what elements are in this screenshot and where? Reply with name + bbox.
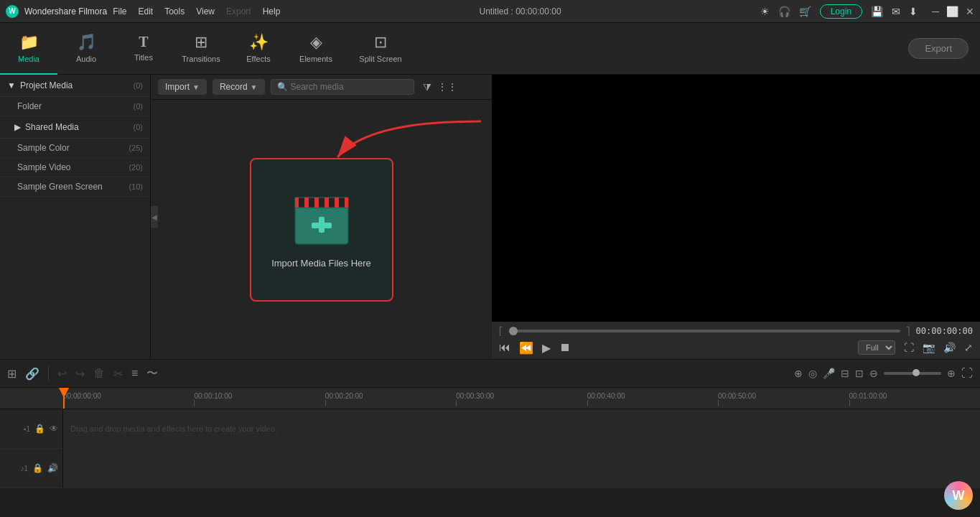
track-audio-mute-icon[interactable]: 🔊 bbox=[47, 463, 58, 473]
ruler-mark-6: 00:01:00:00 bbox=[849, 392, 980, 406]
main-area: ▼ Project Media (0) Folder (0) ▶ Shared … bbox=[0, 75, 980, 359]
menu-help[interactable]: Help bbox=[263, 6, 281, 17]
toolbar-splitscreen[interactable]: ⊡ Split Screen bbox=[345, 23, 416, 75]
delete-button[interactable]: 🗑 bbox=[93, 367, 105, 380]
toolbar-titles[interactable]: T Titles bbox=[115, 23, 172, 75]
mail-icon[interactable]: ✉ bbox=[892, 6, 900, 17]
headset-icon[interactable]: 🎧 bbox=[778, 6, 790, 17]
cut-button[interactable]: ✂ bbox=[113, 367, 123, 381]
playhead[interactable] bbox=[63, 388, 65, 409]
seekbar-thumb[interactable] bbox=[509, 327, 518, 335]
timeline: 00:00:00:00 00:00:10:00 00:00:20:00 00:0… bbox=[0, 388, 980, 517]
track-hint: Drag and drop media and effects here to … bbox=[70, 424, 277, 433]
export-button[interactable]: Export bbox=[908, 38, 969, 59]
track-body-video-1[interactable]: Drag and drop media and effects here to … bbox=[63, 409, 980, 448]
menu-view[interactable]: View bbox=[196, 6, 215, 17]
toolbar-audio[interactable]: 🎵 Audio bbox=[57, 23, 115, 75]
track-header-audio-1: ♪1 🔒 🔊 bbox=[0, 449, 63, 488]
fit-screen-icon[interactable]: ⛶ bbox=[904, 342, 914, 353]
track-number-video: ▪1 bbox=[24, 425, 30, 433]
step-back-button[interactable]: ⏪ bbox=[519, 341, 533, 355]
snap-icon[interactable]: ⊕ bbox=[794, 368, 803, 379]
ai-denoise-icon[interactable]: ◎ bbox=[808, 368, 817, 379]
zoom-in-icon[interactable]: ⊕ bbox=[947, 368, 956, 379]
screenshot-icon[interactable]: 📷 bbox=[923, 342, 935, 353]
sidebar-item-sample-green[interactable]: Sample Green Screen (10) bbox=[0, 177, 150, 197]
menu-export[interactable]: Export bbox=[226, 6, 251, 17]
record-button[interactable]: Record ▼ bbox=[213, 79, 265, 95]
captions-icon[interactable]: ⊟ bbox=[841, 368, 849, 379]
import-drop-label: Import Media Files Here bbox=[271, 258, 371, 269]
track-lock-icon[interactable]: 🔒 bbox=[34, 424, 45, 434]
wondershare-logo[interactable]: W bbox=[944, 481, 973, 510]
toolbar-media[interactable]: 📁 Media bbox=[0, 23, 57, 75]
toolbar-elements[interactable]: ◈ Elements bbox=[287, 23, 345, 75]
sidebar-item-sample-video[interactable]: Sample Video (20) bbox=[0, 158, 150, 177]
search-media-container: 🔍 bbox=[271, 79, 414, 95]
media-panel: Import ▼ Record ▼ 🔍 ⧩ ⋮⋮ bbox=[151, 75, 492, 359]
svg-rect-10 bbox=[312, 223, 332, 228]
track-eye-icon[interactable]: 👁 bbox=[50, 424, 58, 434]
waveform-icon[interactable]: 〜 bbox=[146, 366, 158, 381]
zoom-slider[interactable] bbox=[884, 372, 941, 375]
zoom-out-icon[interactable]: ⊖ bbox=[869, 368, 878, 379]
sidebar-shared-media[interactable]: ▶ Shared Media (0) bbox=[0, 116, 150, 139]
import-drop-area[interactable]: Import Media Files Here bbox=[250, 158, 393, 302]
add-clip-icon[interactable]: ⊞ bbox=[7, 367, 17, 381]
menu-edit[interactable]: Edit bbox=[139, 6, 154, 17]
save-icon[interactable]: 💾 bbox=[871, 6, 883, 17]
sidebar-panel: ▼ Project Media (0) Folder (0) ▶ Shared … bbox=[0, 75, 151, 359]
skip-back-button[interactable]: ⏮ bbox=[499, 341, 510, 354]
track-header-video-1: ▪1 🔒 👁 bbox=[0, 409, 63, 448]
media-icon: 📁 bbox=[19, 33, 39, 52]
preview-panel: ⎡ ⎤ 00:00:00:00 ⏮ ⏪ ▶ ⏹ Full 1/2 1/4 ⛶ 📷 bbox=[492, 75, 980, 359]
mic-icon[interactable]: 🎤 bbox=[823, 368, 835, 379]
track-body-audio-1[interactable] bbox=[63, 449, 980, 488]
maximize-button[interactable]: ⬜ bbox=[946, 6, 958, 17]
filter-icon[interactable]: ⧩ bbox=[423, 81, 431, 93]
search-input[interactable] bbox=[291, 82, 408, 92]
undo-button[interactable]: ↩ bbox=[57, 367, 67, 381]
toolbar-effects[interactable]: ✨ Effects bbox=[230, 23, 287, 75]
brightness-icon[interactable]: ☀ bbox=[760, 6, 770, 17]
track-audio-lock-icon[interactable]: 🔒 bbox=[32, 463, 43, 473]
import-button[interactable]: Import ▼ bbox=[158, 79, 207, 95]
expand-icon[interactable]: ⤢ bbox=[964, 342, 973, 353]
preview-volume-icon[interactable]: 🔊 bbox=[943, 342, 956, 353]
media-toolbar: Import ▼ Record ▼ 🔍 ⧩ ⋮⋮ bbox=[151, 75, 492, 100]
titlebar-left: W Wondershare Filmora File Edit Tools Vi… bbox=[6, 5, 280, 18]
track-video-1: ▪1 🔒 👁 Drag and drop media and effects h… bbox=[0, 409, 980, 449]
minimize-button[interactable]: ─ bbox=[932, 6, 939, 17]
stop-button[interactable]: ⏹ bbox=[559, 341, 571, 354]
toolbar-transitions[interactable]: ⊞ Transitions bbox=[172, 23, 230, 75]
preview-screen bbox=[492, 75, 980, 322]
preview-buttons: ⏮ ⏪ ▶ ⏹ Full 1/2 1/4 ⛶ 📷 🔊 ⤢ bbox=[499, 340, 973, 355]
download-icon[interactable]: ⬇ bbox=[909, 6, 918, 17]
sidebar-item-sample-color[interactable]: Sample Color (25) bbox=[0, 139, 150, 158]
title-display: Untitled : 00:00:00:00 bbox=[479, 6, 561, 17]
sidebar-project-media[interactable]: ▼ Project Media (0) bbox=[0, 75, 150, 97]
menu-tools[interactable]: Tools bbox=[164, 6, 185, 17]
quality-select[interactable]: Full 1/2 1/4 bbox=[858, 340, 895, 355]
track-audio-1: ♪1 🔒 🔊 bbox=[0, 449, 980, 488]
login-button[interactable]: Login bbox=[820, 4, 862, 19]
fullscreen-timeline-icon[interactable]: ⛶ bbox=[961, 367, 973, 380]
zoom-thumb[interactable] bbox=[913, 369, 920, 376]
media-content: Import Media Files Here bbox=[151, 100, 492, 359]
track-number-audio: ♪1 bbox=[20, 465, 28, 472]
app-name: Wondershare Filmora bbox=[24, 6, 107, 17]
link-icon[interactable]: 🔗 bbox=[25, 367, 39, 381]
subtitle-icon[interactable]: ⊡ bbox=[855, 368, 864, 379]
color-adjust-icon[interactable]: ≡ bbox=[131, 367, 138, 380]
elements-icon: ◈ bbox=[310, 33, 322, 52]
titlebar-right: ☀ 🎧 🛒 Login 💾 ✉ ⬇ ─ ⬜ ✕ bbox=[760, 4, 974, 19]
transitions-icon: ⊞ bbox=[195, 33, 207, 52]
close-button[interactable]: ✕ bbox=[966, 6, 974, 17]
redo-button[interactable]: ↪ bbox=[75, 367, 85, 381]
cart-icon[interactable]: 🛒 bbox=[799, 6, 811, 17]
grid-view-icon[interactable]: ⋮⋮ bbox=[437, 81, 457, 93]
menu-file[interactable]: File bbox=[113, 6, 126, 17]
sidebar-item-folder[interactable]: Folder (0) bbox=[0, 97, 150, 116]
seekbar[interactable] bbox=[509, 330, 900, 332]
play-button[interactable]: ▶ bbox=[542, 341, 551, 355]
